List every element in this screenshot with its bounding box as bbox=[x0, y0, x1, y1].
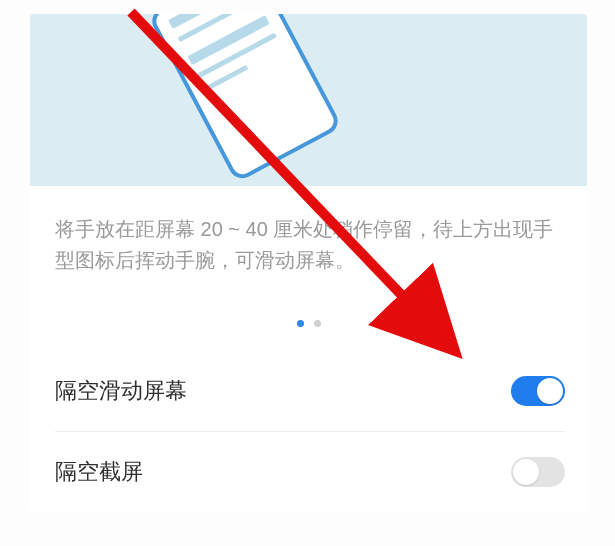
page-indicator bbox=[30, 286, 587, 351]
setting-row-air-swipe[interactable]: 隔空滑动屏幕 bbox=[55, 351, 565, 431]
feature-description: 将手放在距屏幕 20 ~ 40 厘米处稍作停留，待上方出现手型图标后挥动手腕，可… bbox=[30, 186, 587, 286]
setting-row-air-screenshot[interactable]: 隔空截屏 bbox=[55, 432, 565, 512]
pager-dot[interactable] bbox=[314, 320, 321, 327]
phone-icon bbox=[147, 14, 342, 183]
toggle-air-swipe[interactable] bbox=[511, 376, 565, 406]
setting-label: 隔空滑动屏幕 bbox=[55, 376, 187, 406]
pager-dot[interactable] bbox=[297, 320, 304, 327]
setting-label: 隔空截屏 bbox=[55, 457, 143, 487]
feature-illustration bbox=[30, 14, 587, 186]
toggle-air-screenshot[interactable] bbox=[511, 457, 565, 487]
